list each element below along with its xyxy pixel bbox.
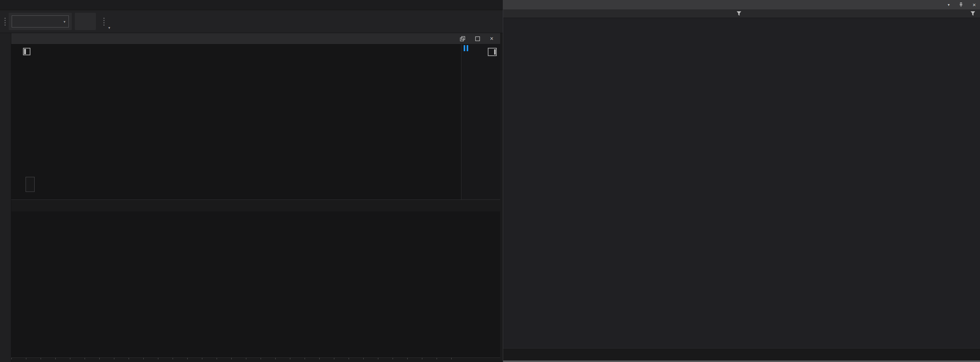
interval-info-titlebar: ▾ × — [503, 0, 980, 10]
symbol-group: ▾ — [9, 13, 72, 30]
styles-button[interactable] — [85, 19, 93, 24]
bottom-tick-corner — [461, 357, 500, 362]
chart-titlebar: × — [11, 33, 500, 45]
table-header — [503, 10, 980, 18]
panel-bottom-edge — [503, 360, 980, 362]
panel-close-icon[interactable]: × — [972, 2, 976, 8]
candlestick-chart — [11, 45, 461, 199]
chart-window: × — [11, 33, 500, 362]
price-axis[interactable] — [461, 45, 500, 199]
toolbar-grip-handle[interactable] — [2, 15, 8, 28]
maximize-icon[interactable] — [475, 36, 480, 41]
bottom-tick-strip — [11, 357, 461, 362]
time-axis[interactable] — [11, 199, 461, 212]
name-filter-icon[interactable] — [736, 11, 741, 17]
trading-app-window: ▾ ▾ × — [0, 0, 980, 362]
main-chart-legend — [25, 177, 35, 192]
value-filter-icon[interactable] — [970, 11, 975, 17]
main-price-plot[interactable] — [11, 45, 461, 199]
symbol-select[interactable]: ▾ — [12, 16, 69, 27]
panel-dropdown-icon[interactable]: ▾ — [948, 3, 950, 7]
duplicate-window-icon[interactable] — [460, 36, 465, 41]
close-icon[interactable]: × — [490, 35, 493, 42]
period-button[interactable] — [78, 19, 85, 24]
chevron-down-icon: ▾ — [64, 19, 65, 24]
time-axis-corner — [461, 199, 500, 212]
toolbar-overflow-button[interactable]: ▾ — [108, 26, 110, 33]
bottom-tabbar — [503, 348, 980, 360]
monitor-icon[interactable] — [487, 48, 497, 58]
toolbar-grip-handle-2[interactable] — [101, 15, 107, 28]
period-styles-group — [75, 13, 96, 30]
dock-panel-icon[interactable] — [22, 48, 31, 57]
chart-side-toolbar — [0, 33, 11, 362]
interval-info-panel: ▾ × — [503, 0, 980, 362]
interval-info-table — [503, 18, 980, 348]
autoscroll-paused-icon[interactable] — [464, 45, 468, 51]
pin-icon[interactable] — [959, 2, 964, 7]
